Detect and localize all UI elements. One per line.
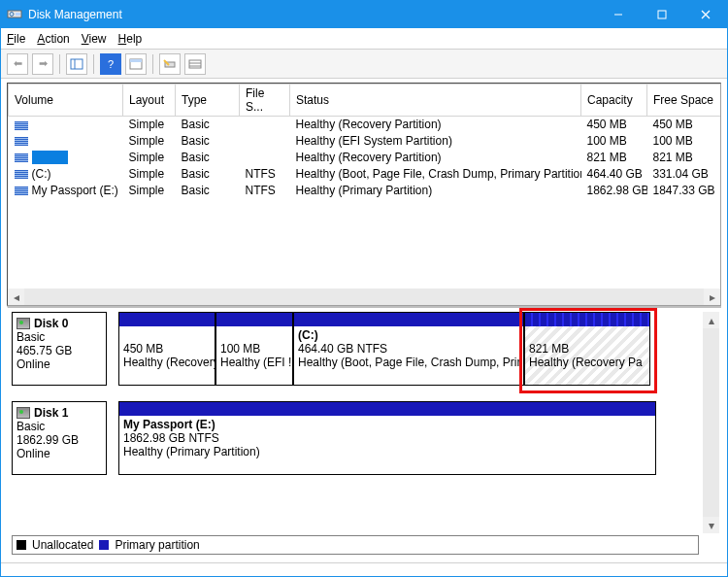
partition-status: Healthy (Recovery	[123, 356, 211, 369]
scroll-track[interactable]	[703, 328, 719, 517]
table-row[interactable]: SimpleBasicHealthy (EFI System Partition…	[9, 133, 721, 150]
minimize-button[interactable]	[596, 1, 640, 28]
toolbar-button[interactable]	[125, 53, 147, 75]
partition-stripe	[294, 313, 523, 326]
help-button[interactable]: ?	[100, 53, 121, 75]
cell-layout: Simple	[123, 166, 176, 183]
toolbar-button[interactable]	[159, 53, 181, 75]
cell-layout: Simple	[123, 117, 176, 133]
window: Disk Management File Action View Help ⬅ …	[0, 0, 728, 577]
cell-free: 821 MB	[647, 150, 721, 166]
cell-fs: NTFS	[240, 166, 290, 183]
status-bar	[1, 562, 727, 576]
cell-status: Healthy (Primary Partition)	[290, 183, 581, 199]
maximize-button[interactable]	[640, 1, 683, 28]
partition-status: Healthy (EFI !	[220, 356, 288, 369]
cell-cap: 450 MB	[581, 117, 647, 133]
toolbar-button[interactable]	[184, 53, 206, 75]
cell-status: Healthy (Recovery Partition)	[290, 150, 581, 166]
scroll-right-arrow[interactable]: ▸	[704, 288, 720, 305]
legend-primary-icon	[99, 540, 109, 550]
disk-row: Disk 1Basic1862.99 GBOnlineMy Passport (…	[12, 401, 702, 475]
disk-row: Disk 0Basic465.75 GBOnline450 MBHealthy …	[12, 312, 702, 386]
volume-icon	[15, 153, 28, 162]
vertical-scrollbar[interactable]: ▴ ▾	[703, 312, 719, 533]
table-row[interactable]: (C:)SimpleBasicNTFSHealthy (Boot, Page F…	[9, 166, 721, 183]
partition-status: Healthy (Boot, Page File, Crash Dump, Pr…	[298, 356, 519, 369]
partition-size: 464.40 GB NTFS	[298, 342, 519, 356]
partition[interactable]: 100 MBHealthy (EFI !	[215, 312, 293, 386]
volume-name	[32, 151, 68, 164]
volume-table[interactable]: VolumeLayoutTypeFile S...StatusCapacityF…	[8, 84, 720, 199]
cell-free: 1847.33 GB	[647, 183, 721, 199]
partition-stripe	[216, 313, 292, 326]
cell-free: 450 MB	[647, 117, 721, 133]
partition[interactable]: My Passport (E:)1862.98 GB NTFSHealthy (…	[118, 401, 656, 475]
partition[interactable]: 821 MBHealthy (Recovery Pa	[524, 312, 650, 386]
disk-graphical-pane: Disk 0Basic465.75 GBOnline450 MBHealthy …	[7, 306, 721, 557]
svg-rect-7	[71, 59, 83, 69]
column-header[interactable]: Capacity	[581, 85, 647, 117]
svg-rect-2	[16, 13, 20, 16]
cell-layout: Simple	[123, 183, 176, 199]
cell-cap: 464.40 GB	[581, 166, 647, 183]
scroll-track[interactable]	[24, 288, 704, 305]
scroll-up-arrow[interactable]: ▴	[703, 312, 719, 328]
partition-size: 450 MB	[123, 342, 211, 356]
cell-type: Basic	[176, 133, 240, 150]
column-header[interactable]: Volume	[9, 85, 123, 117]
partition-status: Healthy (Primary Partition)	[123, 445, 651, 458]
disk-header[interactable]: Disk 0Basic465.75 GBOnline	[12, 312, 107, 386]
cell-status: Healthy (EFI System Partition)	[290, 133, 581, 150]
menu-action[interactable]: Action	[37, 32, 69, 46]
partition-status: Healthy (Recovery Pa	[529, 356, 645, 369]
cell-cap: 821 MB	[581, 150, 647, 166]
partition[interactable]: 450 MBHealthy (Recovery	[118, 312, 215, 386]
disk-name: Disk 1	[34, 406, 68, 420]
volume-list-pane: VolumeLayoutTypeFile S...StatusCapacityF…	[7, 83, 721, 306]
scroll-down-arrow[interactable]: ▾	[703, 517, 719, 533]
cell-cap: 1862.98 GB	[581, 183, 647, 199]
svg-rect-4	[658, 11, 666, 18]
back-button[interactable]: ⬅	[7, 53, 28, 75]
cell-status: Healthy (Recovery Partition)	[290, 117, 581, 133]
partition-stripe	[119, 402, 655, 416]
menu-view[interactable]: View	[82, 32, 107, 46]
column-header[interactable]: Type	[176, 85, 240, 117]
partition-title: (C:)	[298, 328, 519, 342]
table-row[interactable]: SimpleBasicHealthy (Recovery Partition)4…	[9, 117, 721, 133]
title-bar[interactable]: Disk Management	[1, 1, 727, 28]
horizontal-scrollbar[interactable]: ◂ ▸	[8, 288, 720, 305]
table-row[interactable]: SimpleBasicHealthy (Recovery Partition)8…	[9, 150, 721, 166]
partition-stripe	[525, 313, 649, 326]
volume-name: My Passport (E:)	[32, 184, 118, 197]
scroll-left-arrow[interactable]: ◂	[8, 288, 24, 305]
cell-type: Basic	[176, 183, 240, 199]
cell-fs	[240, 133, 290, 150]
disk-header[interactable]: Disk 1Basic1862.99 GBOnline	[12, 401, 107, 475]
svg-rect-10	[130, 59, 142, 62]
column-header[interactable]: Layout	[123, 85, 176, 117]
legend: Unallocated Primary partition	[12, 535, 699, 555]
disk-layout-view[interactable]: Disk 0Basic465.75 GBOnline450 MBHealthy …	[12, 312, 702, 533]
forward-button[interactable]: ➡	[32, 53, 53, 75]
disk-status: Online	[17, 357, 102, 371]
menu-help[interactable]: Help	[118, 32, 143, 46]
partition[interactable]: (C:)464.40 GB NTFSHealthy (Boot, Page Fi…	[293, 312, 524, 386]
partition-strip: My Passport (E:)1862.98 GB NTFSHealthy (…	[118, 401, 702, 475]
svg-point-1	[10, 12, 14, 16]
column-header[interactable]: Free Space	[647, 85, 721, 117]
disk-mgmt-icon	[7, 6, 22, 24]
column-header[interactable]: Status	[290, 85, 581, 117]
close-button[interactable]	[683, 1, 727, 28]
cell-free: 100 MB	[647, 133, 721, 150]
menu-file[interactable]: File	[7, 32, 25, 46]
toolbar-separator	[152, 54, 153, 74]
show-hide-button[interactable]	[66, 53, 87, 75]
toolbar-separator	[59, 54, 60, 74]
partition-size: 821 MB	[529, 342, 645, 356]
column-header[interactable]: File S...	[240, 85, 290, 117]
table-row[interactable]: My Passport (E:)SimpleBasicNTFSHealthy (…	[9, 183, 721, 199]
disk-size: 465.75 GB	[17, 344, 102, 357]
legend-unallocated-label: Unallocated	[32, 538, 93, 552]
